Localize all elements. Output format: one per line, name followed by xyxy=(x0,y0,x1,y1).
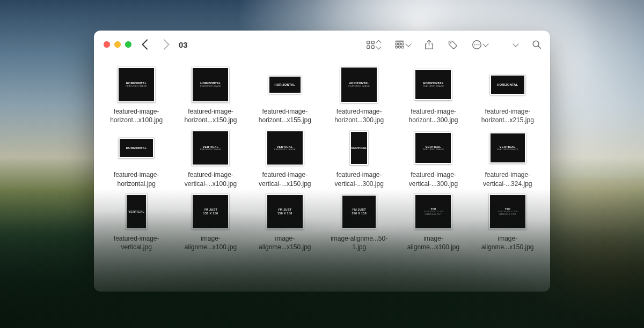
more-actions-button[interactable] xyxy=(472,40,488,50)
thumbnail: HORIZONTALFEATURED IMAGE xyxy=(340,66,378,103)
thumbnail: VERTICALFEATURED IMAGE xyxy=(489,132,526,163)
file-item[interactable]: I'M JUST 150 X 150image-alignme...x150.j… xyxy=(249,190,321,251)
thumbnail-frame: I'M JUST 150 X 150 xyxy=(191,192,230,231)
file-name: featured-image-vertical-...300.jpg xyxy=(398,170,468,188)
thumbnail-frame: HORIZONTALFEATURED IMAGE xyxy=(191,65,230,104)
thumbnail-text-primary: I'M JUST 150 X 150 xyxy=(352,208,367,215)
svg-line-17 xyxy=(538,46,540,48)
file-name: image-alignme...x150.jpg xyxy=(250,234,320,251)
close-window-button[interactable] xyxy=(104,41,110,48)
svg-rect-7 xyxy=(401,43,404,45)
toolbar-right xyxy=(366,40,541,50)
file-item[interactable]: HORIZONTALFEATURED IMAGEfeatured-image-h… xyxy=(397,63,469,124)
file-item[interactable]: VERTICALfeatured-image-vertical-...300.j… xyxy=(323,126,395,188)
nav-buttons xyxy=(143,41,168,48)
thumbnail-frame: I'M JUST 150 X 150 xyxy=(340,192,378,231)
svg-rect-6 xyxy=(399,43,401,45)
overflow-button[interactable] xyxy=(514,42,518,47)
file-item[interactable]: HORIZONTALFEATURED IMAGEfeatured-image-h… xyxy=(100,63,172,124)
thumbnail-frame: VERTICALFEATURED IMAGE xyxy=(266,129,304,167)
thumbnail: VERTICALFEATURED IMAGE xyxy=(414,132,452,164)
file-name: featured-image-horizont...300.jpg xyxy=(324,107,394,124)
thumbnail-text-secondary: FEATURED IMAGE xyxy=(348,85,370,88)
file-item[interactable]: I'M JUST 150 X 150image-alignme...x100.j… xyxy=(174,190,246,251)
svg-point-11 xyxy=(450,42,451,43)
group-button[interactable] xyxy=(394,40,411,49)
thumbnail-frame: VERTICAL xyxy=(117,192,156,231)
thumbnail: YO!JUST A 300 X 200 HANGING OUT xyxy=(489,194,526,229)
thumbnail-frame: VERTICAL xyxy=(340,129,378,167)
svg-rect-1 xyxy=(371,41,374,43)
file-item[interactable]: HORIZONTALFEATURED IMAGEfeatured-image-h… xyxy=(174,63,246,124)
thumbnail-text-secondary: FEATURED IMAGE xyxy=(497,148,518,151)
tags-button[interactable] xyxy=(448,40,458,50)
thumbnail: VERTICALFEATURED IMAGE xyxy=(266,130,304,166)
svg-rect-4 xyxy=(395,40,404,41)
view-icon-button[interactable] xyxy=(366,40,380,49)
file-item[interactable]: YO!JUST A 300 X 200 HANGING OUTimage-ali… xyxy=(472,190,544,251)
svg-point-13 xyxy=(474,44,475,45)
thumbnail: HORIZONTAL xyxy=(119,138,154,158)
file-browser-content[interactable]: HORIZONTALFEATURED IMAGEfeatured-image-h… xyxy=(94,59,550,292)
thumbnail: I'M JUST 150 X 150 xyxy=(192,194,229,229)
minimize-window-button[interactable] xyxy=(114,41,121,48)
file-name: featured-image-vertical-...x100.jpg xyxy=(175,170,245,188)
file-item[interactable]: HORIZONTALFEATURED IMAGEfeatured-image-h… xyxy=(323,63,395,124)
svg-rect-5 xyxy=(396,43,398,45)
file-item[interactable]: VERTICALfeatured-image-vertical.jpg xyxy=(100,190,172,251)
chevron-down-icon xyxy=(482,41,488,47)
thumbnail-frame: HORIZONTAL xyxy=(117,129,156,167)
file-item[interactable]: YO!JUST A 300 X 200 HANGING OUTimage-ali… xyxy=(397,190,469,251)
thumbnail: I'M JUST 150 X 150 xyxy=(266,194,304,229)
file-name: featured-image-vertical-...x150.jpg xyxy=(250,170,320,188)
thumbnail: VERTICAL xyxy=(126,194,147,229)
thumbnail-text-secondary: FEATURED IMAGE xyxy=(274,148,296,151)
file-item[interactable]: VERTICALFEATURED IMAGEfeatured-image-ver… xyxy=(472,126,544,188)
thumbnail-text-primary: VERTICAL xyxy=(351,146,367,150)
file-item[interactable]: HORIZONTALfeatured-image-horizont...x215… xyxy=(472,63,544,124)
chevron-down-icon xyxy=(405,41,411,47)
file-name: featured-image-vertical.jpg xyxy=(101,234,171,251)
thumbnail: HORIZONTALFEATURED IMAGE xyxy=(192,67,229,102)
tag-icon xyxy=(448,40,458,50)
file-grid: HORIZONTALFEATURED IMAGEfeatured-image-h… xyxy=(100,63,544,251)
file-name: featured-image-vertical-...300.jpg xyxy=(324,170,394,188)
file-item[interactable]: HORIZONTALfeatured-image-horizontal.jpg xyxy=(100,126,172,188)
thumbnail-frame: I'M JUST 150 X 150 xyxy=(266,192,304,231)
zoom-window-button[interactable] xyxy=(125,41,131,48)
grid-icon xyxy=(366,40,375,49)
file-name: featured-image-horizont...300.jpg xyxy=(398,107,468,124)
file-item[interactable]: I'M JUST 150 X 150image-alignme...50-1.j… xyxy=(323,190,395,251)
thumbnail-text-secondary: JUST A 300 X 200 HANGING OUT xyxy=(423,211,443,216)
svg-rect-10 xyxy=(401,46,404,48)
file-item[interactable]: VERTICALFEATURED IMAGEfeatured-image-ver… xyxy=(249,126,321,188)
finder-toolbar: 03 xyxy=(94,31,550,59)
svg-rect-2 xyxy=(367,46,370,48)
search-button[interactable] xyxy=(532,40,541,49)
svg-rect-3 xyxy=(371,46,374,48)
file-item[interactable]: VERTICALFEATURED IMAGEfeatured-image-ver… xyxy=(397,126,469,188)
file-name: image-alignme...50-1.jpg xyxy=(324,234,394,251)
desktop-wallpaper: 03 xyxy=(0,0,644,328)
thumbnail-text-primary: HORIZONTAL xyxy=(274,83,295,86)
file-item[interactable]: VERTICALFEATURED IMAGEfeatured-image-ver… xyxy=(174,126,246,188)
thumbnail-text-primary: HORIZONTAL xyxy=(126,146,147,150)
thumbnail-text-secondary: FEATURED IMAGE xyxy=(423,85,444,88)
share-button[interactable] xyxy=(425,40,434,50)
file-name: image-alignme...x150.jpg xyxy=(473,234,543,251)
thumbnail-frame: HORIZONTALFEATURED IMAGE xyxy=(340,65,378,104)
forward-button[interactable] xyxy=(160,41,168,48)
thumbnail-frame: HORIZONTAL xyxy=(488,65,527,104)
thumbnail: VERTICAL xyxy=(350,131,368,165)
thumbnail: VERTICALFEATURED IMAGE xyxy=(192,130,229,166)
thumbnail-frame: YO!JUST A 300 X 200 HANGING OUT xyxy=(414,192,452,231)
thumbnail-text-secondary: FEATURED IMAGE xyxy=(200,148,222,151)
updown-chevron-icon xyxy=(377,41,380,49)
thumbnail-frame: VERTICALFEATURED IMAGE xyxy=(488,129,527,167)
file-item[interactable]: HORIZONTALfeatured-image-horizont...x155… xyxy=(249,63,321,124)
thumbnail-frame: VERTICALFEATURED IMAGE xyxy=(191,129,230,167)
ellipsis-circle-icon xyxy=(472,40,482,50)
thumbnail-text-secondary: FEATURED IMAGE xyxy=(200,85,222,88)
back-button[interactable] xyxy=(143,41,151,48)
file-name: featured-image-horizont...x150.jpg xyxy=(175,107,245,124)
